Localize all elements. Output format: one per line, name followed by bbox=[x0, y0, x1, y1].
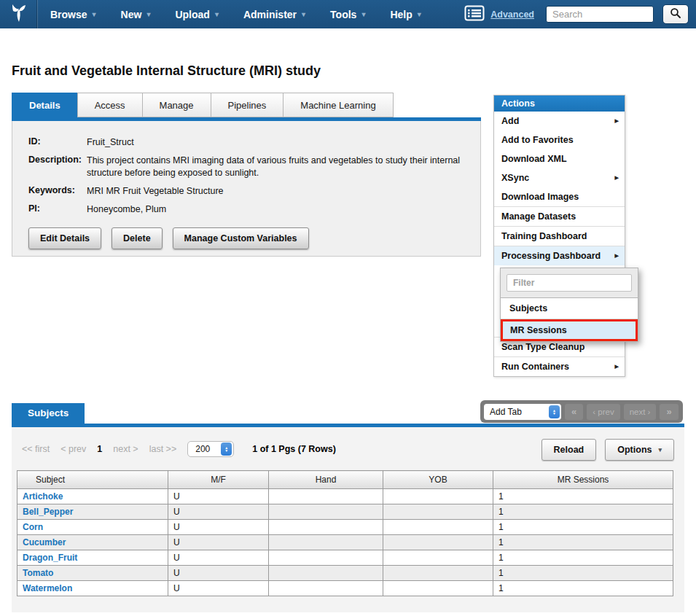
chevron-right-icon: ▶ bbox=[615, 364, 619, 370]
column-header-mf[interactable]: M/F bbox=[168, 471, 269, 489]
page-next-link[interactable]: next > bbox=[113, 444, 138, 454]
nav-menu-browse[interactable]: Browse ▾ bbox=[38, 0, 109, 28]
options-button[interactable]: Options ▾ bbox=[605, 439, 674, 461]
advanced-search-link[interactable]: Advanced bbox=[490, 9, 534, 20]
page-size-select[interactable]: 200 ▲ ▼ bbox=[187, 441, 234, 457]
nav-menu-new[interactable]: New ▾ bbox=[109, 0, 163, 28]
column-header-mr-sessions[interactable]: MR Sessions bbox=[493, 471, 673, 489]
action-label: Download XML bbox=[501, 154, 567, 164]
nav-menu-upload[interactable]: Upload ▾ bbox=[163, 0, 230, 28]
submenu-item-subjects[interactable]: Subjects bbox=[501, 298, 638, 319]
column-header-yob[interactable]: YOB bbox=[383, 471, 493, 489]
cell-hand bbox=[269, 489, 383, 504]
delete-button[interactable]: Delete bbox=[112, 227, 163, 249]
cell-mr-sessions: 1 bbox=[493, 581, 673, 596]
reload-button[interactable]: Reload bbox=[541, 439, 597, 461]
subject-link[interactable]: Cucumber bbox=[23, 537, 66, 547]
add-tab-select[interactable]: Add Tab ▲ ▼ bbox=[484, 404, 561, 420]
action-label: Processing Dashboard bbox=[501, 251, 601, 261]
table-row: Cucumber U 1 bbox=[17, 535, 673, 550]
search-input[interactable] bbox=[546, 6, 654, 23]
nav-menu-label: Help bbox=[390, 9, 412, 20]
submenu-filter-input[interactable] bbox=[507, 274, 632, 292]
chevron-down-icon: ▾ bbox=[93, 11, 96, 18]
table-row: Dragon_Fruit U 1 bbox=[17, 550, 673, 566]
nav-menu-tools[interactable]: Tools ▾ bbox=[318, 0, 378, 28]
cell-mr-sessions: 1 bbox=[493, 535, 673, 550]
action-manage-datasets[interactable]: Manage Datasets bbox=[494, 206, 625, 226]
tab-prev-button[interactable]: ‹ prev bbox=[587, 404, 619, 420]
field-value-id: Fruit_Struct bbox=[87, 136, 470, 149]
action-add[interactable]: Add ▶ bbox=[494, 112, 625, 130]
action-label: Training Dashboard bbox=[501, 231, 587, 241]
action-download-images[interactable]: Download Images bbox=[494, 187, 625, 206]
table-row: Artichoke U 1 bbox=[17, 489, 673, 504]
page-prev-link[interactable]: < prev bbox=[60, 444, 86, 454]
cell-hand bbox=[269, 581, 383, 596]
page-summary: 1 of 1 Pgs (7 Rows) bbox=[252, 444, 336, 454]
nav-menu-label: New bbox=[121, 9, 142, 20]
tab-details[interactable]: Details bbox=[12, 93, 78, 117]
page-size-value: 200 bbox=[195, 444, 210, 454]
action-add-to-favorites[interactable]: Add to Favorites bbox=[494, 130, 625, 149]
stepper-down-icon: ▼ bbox=[224, 449, 228, 452]
field-label-description: Description: bbox=[28, 155, 87, 179]
manage-custom-variables-button[interactable]: Manage Custom Variables bbox=[173, 227, 309, 249]
action-xsync[interactable]: XSync ▶ bbox=[494, 168, 625, 187]
action-label: Scan Type Cleanup bbox=[501, 342, 584, 352]
stepper-down-icon: ▼ bbox=[552, 412, 556, 415]
field-label-keywords: Keywords: bbox=[28, 185, 87, 198]
tab-pipelines[interactable]: Pipelines bbox=[211, 93, 284, 117]
cell-mf: U bbox=[168, 535, 269, 550]
tab-manage[interactable]: Manage bbox=[142, 93, 211, 117]
column-header-hand[interactable]: Hand bbox=[269, 471, 383, 489]
submenu-item-mr-sessions[interactable]: MR Sessions bbox=[501, 319, 638, 341]
action-download-xml[interactable]: Download XML bbox=[494, 149, 625, 168]
subject-link[interactable]: Bell_Pepper bbox=[23, 507, 73, 517]
advanced-search-icon[interactable] bbox=[464, 5, 485, 24]
nav-menu-label: Tools bbox=[330, 9, 356, 20]
edit-details-button[interactable]: Edit Details bbox=[28, 227, 101, 249]
nav-menu-administer[interactable]: Administer ▾ bbox=[231, 0, 318, 28]
chevron-down-icon: ▾ bbox=[215, 11, 219, 18]
tab-last-button[interactable]: » bbox=[660, 404, 678, 420]
page-first-link[interactable]: << first bbox=[22, 444, 50, 454]
chevron-down-icon: ▾ bbox=[302, 11, 305, 18]
subject-link[interactable]: Artichoke bbox=[23, 491, 63, 502]
field-label-pi: PI: bbox=[28, 203, 87, 216]
cell-yob bbox=[383, 535, 493, 550]
subject-link[interactable]: Dragon_Fruit bbox=[23, 553, 77, 563]
action-training-dashboard[interactable]: Training Dashboard bbox=[494, 226, 625, 246]
tab-next-button[interactable]: next › bbox=[624, 404, 657, 420]
actions-menu: Actions Add ▶ Add to Favorites Download … bbox=[493, 95, 625, 377]
action-label: Run Containers bbox=[501, 362, 569, 372]
subject-link[interactable]: Tomato bbox=[23, 568, 53, 578]
cell-hand bbox=[269, 520, 383, 535]
action-label: Download Images bbox=[501, 192, 579, 202]
table-row: Bell_Pepper U 1 bbox=[17, 504, 673, 520]
cell-yob bbox=[383, 504, 493, 520]
project-fields: ID: Fruit_Struct Description: This proje… bbox=[12, 121, 480, 215]
cell-mr-sessions: 1 bbox=[493, 504, 673, 520]
app-logo[interactable] bbox=[0, 0, 38, 28]
chevron-right-icon: ▶ bbox=[615, 118, 619, 124]
cell-mf: U bbox=[168, 504, 269, 520]
tab-first-button[interactable]: « bbox=[565, 404, 583, 420]
subject-link[interactable]: Corn bbox=[23, 522, 43, 532]
search-button[interactable] bbox=[662, 4, 689, 24]
nav-menu-label: Browse bbox=[50, 9, 87, 20]
action-processing-dashboard[interactable]: Processing Dashboard ▶ bbox=[494, 246, 625, 265]
tab-access[interactable]: Access bbox=[77, 93, 143, 117]
nav-menu-help[interactable]: Help ▾ bbox=[378, 0, 433, 28]
subject-link[interactable]: Watermelon bbox=[23, 583, 72, 593]
table-header-row: Subject M/F Hand YOB MR Sessions bbox=[17, 471, 673, 489]
tab-machine-learning[interactable]: Machine Learning bbox=[283, 93, 393, 117]
page-last-link[interactable]: last >> bbox=[149, 444, 177, 454]
action-label: Manage Datasets bbox=[501, 211, 576, 222]
pagination: << first < prev 1 next > last >> 200 ▲ ▼… bbox=[22, 441, 336, 457]
subjects-tab[interactable]: Subjects bbox=[12, 403, 85, 424]
column-header-subject[interactable]: Subject bbox=[17, 471, 168, 489]
action-run-containers[interactable]: Run Containers ▶ bbox=[494, 356, 625, 376]
cell-mf: U bbox=[168, 581, 269, 596]
field-value-description: This project contains MRI imaging data o… bbox=[87, 155, 470, 179]
